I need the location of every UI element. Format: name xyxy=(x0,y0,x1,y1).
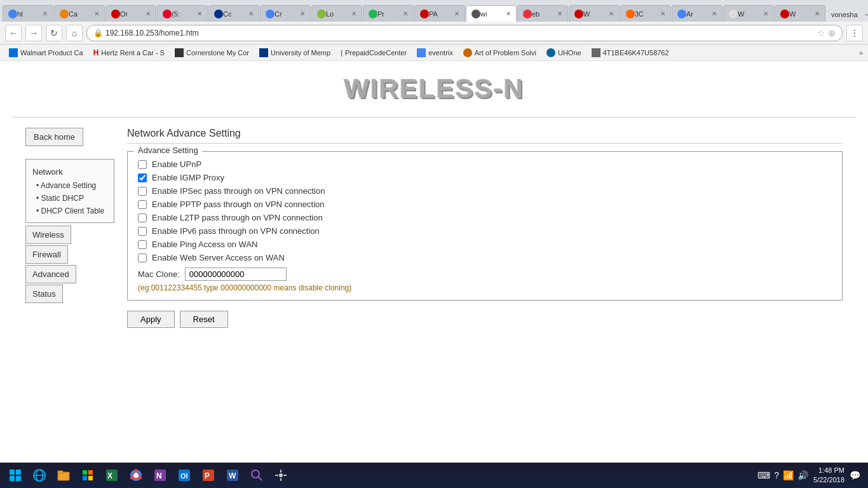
bookmark-hertz[interactable]: H Hertz Rent a Car - S xyxy=(90,47,168,58)
tab-16[interactable]: W ✕ xyxy=(775,5,825,22)
taskbar-search[interactable] xyxy=(245,464,268,487)
taskbar-chrome[interactable] xyxy=(125,464,147,487)
l2tp-checkbox[interactable] xyxy=(138,214,147,222)
taskbar-powerpoint[interactable]: P xyxy=(197,464,220,487)
pptp-row: Enable PPTP pass through on VPN connecti… xyxy=(138,200,832,209)
url-bar[interactable]: 🔒 192.168.10.253/home1.htm ☆ ⊕ xyxy=(86,25,843,41)
advance-setting-legend: Advance Setting xyxy=(134,146,202,155)
ipv6-checkbox[interactable] xyxy=(138,227,147,236)
bookmark-favicon xyxy=(463,48,472,57)
bookmark-prepaid[interactable]: | PrepaidCodeCenter xyxy=(337,48,410,58)
tab-14[interactable]: Ar ✕ xyxy=(672,5,722,22)
taskbar-store[interactable] xyxy=(76,464,99,487)
webserver-checkbox[interactable] xyxy=(138,254,147,262)
extension-icon[interactable]: ⊕ xyxy=(828,28,836,38)
tab-close[interactable]: ✕ xyxy=(709,10,717,17)
taskbar-outlook[interactable]: Ol xyxy=(173,464,196,487)
status-button[interactable]: Status xyxy=(25,285,63,303)
tab-close[interactable]: ✕ xyxy=(452,10,459,17)
bookmarks-more-btn[interactable]: » xyxy=(859,49,863,57)
tab-close[interactable]: ✕ xyxy=(143,10,151,17)
bookmark-memphis[interactable]: University of Memp xyxy=(255,47,334,58)
svg-rect-0 xyxy=(10,470,15,475)
static-dhcp-link[interactable]: • Static DHCP xyxy=(26,192,114,205)
bookmark-cornerstone[interactable]: Cornerstone My Cor xyxy=(171,47,253,58)
mac-clone-label: Mac Clone: xyxy=(138,269,180,279)
igmp-checkbox[interactable] xyxy=(138,173,147,182)
mac-clone-hint: (eg:001122334455.type 000000000000 means… xyxy=(138,283,832,292)
mac-clone-input[interactable] xyxy=(185,268,287,281)
network-label: Network xyxy=(26,165,114,179)
settings-button[interactable]: ⋮ xyxy=(846,25,863,41)
tab-close[interactable]: ✕ xyxy=(246,10,254,17)
dhcp-client-table-link[interactable]: • DHCP Client Table xyxy=(26,205,114,217)
pptp-checkbox[interactable] xyxy=(138,200,147,209)
tab-close[interactable]: ✕ xyxy=(555,10,562,17)
forward-button[interactable]: → xyxy=(25,25,42,41)
volume-icon: 🔊 xyxy=(797,470,808,480)
bookmark-walmart[interactable]: Walmart Product Ca xyxy=(5,47,87,58)
back-home-button[interactable]: Back home xyxy=(25,128,83,146)
tab-close[interactable]: ✕ xyxy=(606,10,614,17)
upnp-row: Enable UPnP xyxy=(138,159,832,169)
tab-12[interactable]: W ✕ xyxy=(569,5,620,22)
tab-6[interactable]: Cr ✕ xyxy=(260,5,311,22)
taskbar-ie[interactable] xyxy=(28,464,51,487)
search-taskbar-icon xyxy=(250,468,264,482)
tab-close[interactable]: ✕ xyxy=(40,10,48,17)
tab-15[interactable]: W ✕ xyxy=(723,5,774,22)
tab-9[interactable]: PA ✕ xyxy=(414,5,465,22)
ping-checkbox[interactable] xyxy=(138,240,147,249)
minimize-btn[interactable]: ─ xyxy=(865,10,868,19)
firewall-button[interactable]: Firewall xyxy=(25,245,68,264)
taskbar-excel[interactable]: X xyxy=(100,464,123,487)
tab-1[interactable]: ht ✕ xyxy=(3,5,53,22)
header-divider xyxy=(13,117,855,118)
ipsec-checkbox[interactable] xyxy=(138,187,147,196)
bookmark-eventrix[interactable]: eventrix xyxy=(413,47,457,58)
taskbar-settings[interactable] xyxy=(269,464,292,487)
wireless-button[interactable]: Wireless xyxy=(25,226,71,244)
tab-close[interactable]: ✕ xyxy=(297,10,305,17)
tab-close[interactable]: ✕ xyxy=(658,10,665,17)
bookmark-uhone[interactable]: UHOne xyxy=(543,47,585,58)
start-button[interactable] xyxy=(3,463,28,488)
taskbar-onenote[interactable]: N xyxy=(149,464,172,487)
tab-8[interactable]: Pr ✕ xyxy=(363,5,414,22)
taskbar-word[interactable]: W xyxy=(221,464,244,487)
upnp-checkbox[interactable] xyxy=(138,160,147,169)
store-icon xyxy=(81,468,95,482)
tab-active[interactable]: wi ✕ xyxy=(466,5,517,22)
svg-rect-9 xyxy=(83,470,87,475)
advance-setting-link[interactable]: • Advance Setting xyxy=(26,179,114,192)
l2tp-row: Enable L2TP pass through on VPN connecti… xyxy=(138,213,832,222)
tab-5[interactable]: Cc ✕ xyxy=(208,5,259,22)
tab-11[interactable]: eb ✕ xyxy=(517,5,568,22)
notification-icon[interactable]: 💬 xyxy=(850,470,860,480)
tab-close[interactable]: ✕ xyxy=(812,10,820,17)
bookmark-vin[interactable]: 4T1BE46K47U58762 xyxy=(588,47,673,58)
tab-13[interactable]: 3C ✕ xyxy=(620,5,671,22)
tab-7[interactable]: Lo ✕ xyxy=(311,5,362,22)
bookmark-star-icon[interactable]: ☆ xyxy=(817,28,825,38)
taskbar-right: ⌨ ? 📶 🔊 1:48 PM 5/22/2018 💬 xyxy=(757,466,865,485)
reload-button[interactable]: ↻ xyxy=(46,25,62,41)
advanced-button[interactable]: Advanced xyxy=(25,265,76,283)
home-button[interactable]: ⌂ xyxy=(66,25,83,41)
bookmark-art[interactable]: Art of Problem Solvi xyxy=(459,47,540,58)
tab-close[interactable]: ✕ xyxy=(349,10,356,17)
tab-close[interactable]: ✕ xyxy=(761,10,768,17)
sidebar: Back home Network • Advance Setting • St… xyxy=(25,128,114,328)
tab-4[interactable]: (5: ✕ xyxy=(157,5,208,22)
tab-close[interactable]: ✕ xyxy=(194,10,202,17)
tab-close[interactable]: ✕ xyxy=(92,10,99,17)
reset-button[interactable]: Reset xyxy=(180,311,228,328)
tab-2[interactable]: Ca ✕ xyxy=(54,5,105,22)
apply-button[interactable]: Apply xyxy=(127,311,175,328)
tab-close[interactable]: ✕ xyxy=(503,10,511,17)
back-button[interactable]: ← xyxy=(5,25,22,41)
mac-clone-row: Mac Clone: xyxy=(138,268,832,281)
taskbar-explorer[interactable] xyxy=(52,464,75,487)
tab-close[interactable]: ✕ xyxy=(400,10,408,17)
tab-3[interactable]: Or ✕ xyxy=(105,5,156,22)
